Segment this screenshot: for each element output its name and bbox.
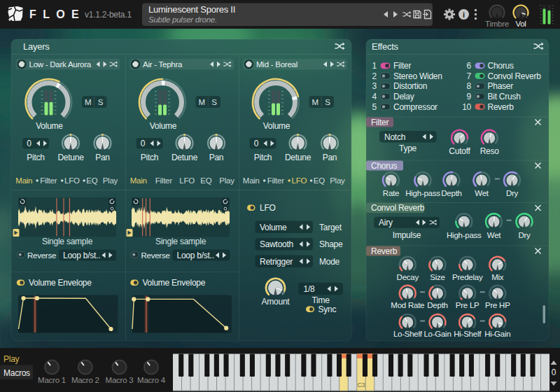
svg-text:LFO: LFO: [260, 203, 276, 213]
svg-text:Lo-Gain: Lo-Gain: [424, 330, 451, 338]
svg-text:Target: Target: [319, 223, 342, 232]
svg-text:Pan: Pan: [323, 153, 337, 162]
svg-text:Cutoff: Cutoff: [449, 146, 470, 156]
svg-text:Mode: Mode: [319, 257, 340, 267]
svg-text:Hi-Gain: Hi-Gain: [484, 330, 510, 338]
svg-text:Detune: Detune: [172, 153, 198, 162]
svg-text:Reverb: Reverb: [371, 246, 398, 256]
svg-text:Dry: Dry: [518, 231, 531, 239]
svg-text:EQ: EQ: [314, 176, 325, 185]
svg-text:LFO: LFO: [291, 176, 307, 185]
svg-text:High-pass: High-pass: [447, 231, 482, 239]
svg-text:Mid - Boreal: Mid - Boreal: [256, 60, 298, 69]
svg-text:F L O E: F L O E: [29, 8, 80, 20]
svg-text:Filter: Filter: [155, 176, 172, 185]
svg-text:Volume: Volume: [263, 121, 290, 131]
svg-text:Low - Dark Aurora: Low - Dark Aurora: [29, 60, 92, 69]
svg-text:Chorus: Chorus: [488, 61, 514, 71]
svg-text:Filter: Filter: [393, 61, 411, 71]
svg-text:Macro 3: Macro 3: [106, 376, 134, 384]
svg-text:1: 1: [372, 61, 377, 71]
svg-text:Loop b/st..: Loop b/st..: [177, 251, 214, 260]
svg-text:Mix: Mix: [491, 273, 504, 281]
svg-text:LFO: LFO: [64, 176, 80, 185]
svg-text:Macro 2: Macro 2: [71, 376, 99, 384]
svg-text:Filter: Filter: [40, 176, 57, 185]
svg-text:3: 3: [372, 81, 377, 91]
svg-text:4: 4: [372, 92, 377, 102]
svg-text:i: i: [463, 10, 465, 19]
svg-text:Volume Envelope: Volume Envelope: [143, 278, 206, 288]
svg-text:7: 7: [467, 71, 472, 81]
svg-text:Single sample: Single sample: [42, 237, 93, 246]
svg-text:Effects: Effects: [372, 41, 399, 52]
svg-text:Subtle pulser drone.: Subtle pulser drone.: [148, 15, 217, 24]
svg-text:1/8: 1/8: [304, 284, 316, 294]
svg-text:M: M: [85, 98, 91, 106]
svg-text:Depth: Depth: [427, 301, 447, 309]
svg-text:Pitch: Pitch: [141, 153, 158, 162]
svg-text:Vol: Vol: [515, 20, 526, 28]
svg-text:Lo-Shelf: Lo-Shelf: [393, 330, 423, 338]
svg-text:Volume Envelope: Volume Envelope: [29, 278, 92, 288]
svg-text:High-pass: High-pass: [405, 189, 440, 197]
svg-text:Luminescent Spores II: Luminescent Spores II: [148, 4, 235, 15]
svg-text:Reverb: Reverb: [488, 102, 514, 112]
svg-text:Play: Play: [4, 354, 20, 364]
svg-text:Depth: Depth: [441, 189, 461, 197]
svg-text:Air - Tephra: Air - Tephra: [143, 60, 183, 69]
svg-text:Macro 1: Macro 1: [38, 376, 66, 384]
svg-text:0: 0: [141, 139, 146, 148]
svg-text:Loop b/st..: Loop b/st..: [63, 251, 100, 260]
svg-text:Decay: Decay: [397, 273, 419, 281]
svg-text:Main: Main: [243, 176, 260, 185]
svg-text:M: M: [312, 98, 318, 106]
svg-text:Play: Play: [103, 176, 118, 185]
svg-text:Volume: Volume: [150, 121, 177, 131]
svg-text:Dry: Dry: [506, 189, 519, 197]
svg-text:Phaser: Phaser: [488, 81, 514, 91]
svg-text:Rate: Rate: [383, 189, 399, 197]
svg-text:Pitch: Pitch: [254, 153, 272, 162]
svg-text:Retrigger: Retrigger: [260, 257, 293, 267]
svg-text:Distortion: Distortion: [393, 81, 427, 91]
svg-text:Reso: Reso: [480, 146, 500, 156]
svg-text:0: 0: [254, 139, 259, 148]
svg-text:Convol Reverb: Convol Reverb: [371, 203, 425, 213]
svg-text:S: S: [211, 98, 217, 106]
svg-text:10: 10: [462, 102, 471, 112]
svg-text:Time: Time: [312, 295, 330, 305]
svg-text:Mod Rate: Mod Rate: [391, 301, 424, 309]
svg-text:Compressor: Compressor: [393, 102, 438, 112]
svg-text:Play: Play: [330, 176, 345, 185]
svg-text:Wet: Wet: [487, 231, 502, 239]
svg-text:Wet: Wet: [475, 189, 489, 197]
svg-text:Detune: Detune: [285, 153, 312, 162]
svg-text:0: 0: [27, 139, 31, 148]
svg-text:Reverse: Reverse: [141, 251, 170, 260]
svg-text:Timbre: Timbre: [485, 20, 509, 28]
svg-text:C3: C3: [358, 382, 365, 388]
svg-text:Play: Play: [219, 176, 234, 185]
svg-text:Stereo Widen: Stereo Widen: [393, 71, 442, 81]
svg-text:Filter: Filter: [267, 176, 284, 185]
svg-text:8: 8: [467, 81, 472, 91]
svg-text:M: M: [199, 98, 205, 106]
svg-text:v1.1.2-beta.1: v1.1.2-beta.1: [85, 10, 132, 20]
svg-text:Airy: Airy: [379, 218, 393, 227]
svg-text:Impulse: Impulse: [393, 230, 421, 240]
svg-text:Pre HP: Pre HP: [485, 301, 510, 309]
svg-text:Type: Type: [399, 144, 417, 153]
svg-text:Pan: Pan: [209, 153, 224, 162]
svg-text:0: 0: [552, 368, 556, 377]
svg-text:Convol Reverb: Convol Reverb: [488, 71, 542, 81]
svg-text:Detune: Detune: [57, 153, 84, 162]
svg-text:2: 2: [372, 71, 377, 81]
svg-text:Macros: Macros: [4, 368, 30, 378]
svg-text:Macro 4: Macro 4: [137, 376, 166, 384]
svg-text:Filter: Filter: [371, 118, 388, 127]
svg-text:Volume: Volume: [260, 223, 287, 232]
svg-text:Reverse: Reverse: [27, 251, 56, 260]
svg-text:Notch: Notch: [384, 132, 405, 142]
svg-text:S: S: [325, 98, 330, 106]
